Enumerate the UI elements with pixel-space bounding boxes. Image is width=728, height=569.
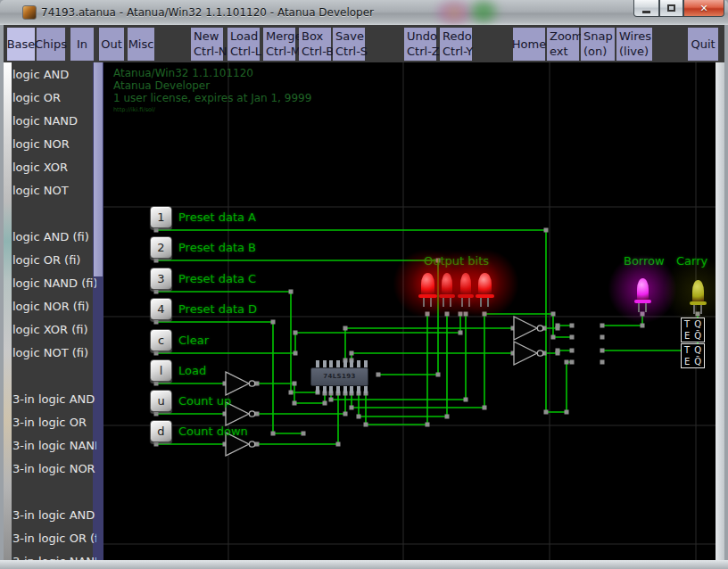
wire-junction[interactable] xyxy=(426,312,430,317)
toolbar-button-new[interactable]: NewCtrl-N xyxy=(191,28,223,61)
wire-junction[interactable] xyxy=(343,412,348,416)
circuit-canvas[interactable]: Atanua/Win32 1.1.101120 Atanua Developer… xyxy=(103,62,716,560)
wire-junction[interactable] xyxy=(357,415,361,419)
wire-junction[interactable] xyxy=(551,335,556,340)
canvas-vertical-scrollbar[interactable] xyxy=(716,62,724,560)
toolbar-button-wires[interactable]: Wires(live) xyxy=(616,28,652,61)
wire-junction[interactable] xyxy=(544,228,549,233)
wire-junction[interactable] xyxy=(565,410,569,415)
wire-junction[interactable] xyxy=(293,382,297,386)
wire-junction[interactable] xyxy=(445,312,450,317)
wire-junction[interactable] xyxy=(641,312,645,317)
led-borrow[interactable] xyxy=(637,278,649,301)
toolbar-button-undo[interactable]: UndoCtrl-Z xyxy=(404,28,436,61)
wire-junction[interactable] xyxy=(350,351,354,356)
toolbar-button-snap[interactable]: Snap(on) xyxy=(581,28,615,61)
palette-item-3-in-logic-and-fi[interactable]: 3-in logic AND (fi) xyxy=(12,508,96,526)
wire-junction[interactable] xyxy=(570,360,575,365)
wire-junction[interactable] xyxy=(459,331,463,335)
wire-junction[interactable] xyxy=(551,312,556,317)
chip-74ls193[interactable]: 74LS193 xyxy=(310,367,368,386)
wire-junction[interactable] xyxy=(641,324,645,328)
input-button-count-down[interactable]: d xyxy=(150,420,172,442)
wire-junction[interactable] xyxy=(570,324,575,328)
palette-item-3-in-logic-nand[interactable]: 3-in logic NAND xyxy=(12,439,96,457)
input-button-count-up[interactable]: u xyxy=(150,390,172,412)
flipflop-carry[interactable]: T Q E Q̄ xyxy=(681,343,705,368)
palette-item-logic-xor[interactable]: logic XOR xyxy=(12,161,96,178)
wire-junction[interactable] xyxy=(600,360,605,365)
wire-junction[interactable] xyxy=(294,331,298,335)
wire-junction[interactable] xyxy=(302,432,306,436)
wire-junction[interactable] xyxy=(154,290,159,294)
palette-item-logic-not[interactable]: logic NOT xyxy=(12,184,96,202)
wire-junction[interactable] xyxy=(294,351,298,356)
wire-junction[interactable] xyxy=(154,228,159,233)
palette-item-logic-or[interactable]: logic OR xyxy=(12,91,96,109)
input-button-preset-data-d[interactable]: 4 xyxy=(150,298,172,320)
led-output-bit-1[interactable] xyxy=(421,273,434,296)
wire-junction[interactable] xyxy=(350,406,354,410)
palette-item-logic-nand-fi[interactable]: logic NAND (fi) xyxy=(12,276,96,294)
wire-junction[interactable] xyxy=(271,432,276,436)
toolbar-category-base[interactable]: Base xyxy=(7,28,35,61)
wire-junction[interactable] xyxy=(570,335,575,340)
palette-left-scrollbar[interactable] xyxy=(4,62,12,560)
palette-item-logic-or-fi[interactable]: logic OR (fi) xyxy=(12,253,96,271)
wire-junction[interactable] xyxy=(154,259,159,263)
toolbar-button-load[interactable]: LoadCtrl-L xyxy=(228,28,260,61)
toolbar-category-in[interactable]: In xyxy=(70,28,94,61)
wire-junction[interactable] xyxy=(376,373,381,377)
toolbar-category-chips[interactable]: Chips xyxy=(37,28,65,61)
not-gate[interactable] xyxy=(514,342,537,365)
wire-junction[interactable] xyxy=(570,349,575,353)
palette-item-3-in-logic-and[interactable]: 3-in logic AND xyxy=(12,392,96,410)
palette-item-logic-and[interactable]: logic AND xyxy=(12,68,96,86)
palette-item-logic-not-fi[interactable]: logic NOT (fi) xyxy=(12,346,96,364)
flipflop-borrow[interactable]: T Q E Q̄ xyxy=(681,317,705,342)
led-carry[interactable] xyxy=(692,280,704,303)
wire-junction[interactable] xyxy=(436,373,441,377)
not-gate[interactable] xyxy=(226,372,249,395)
title-bar[interactable]: 74193.atanua - Atanua/Win32 1.1.101120 -… xyxy=(0,0,728,26)
wire[interactable] xyxy=(352,353,513,360)
toolbar-button-zoom[interactable]: Zoomext xyxy=(547,28,579,61)
wire-junction[interactable] xyxy=(154,320,159,325)
toolbar-button-box[interactable]: BoxCtrl-B xyxy=(299,28,331,61)
wire-junction[interactable] xyxy=(600,335,605,340)
wire-junction[interactable] xyxy=(154,412,159,416)
toolbar-button-save[interactable]: SaveCtrl-S xyxy=(333,28,365,61)
palette-item-logic-xor-fi[interactable]: logic XOR (fi) xyxy=(12,323,96,341)
wire-junction[interactable] xyxy=(600,324,605,328)
input-button-preset-data-c[interactable]: 3 xyxy=(150,268,172,290)
wire-junction[interactable] xyxy=(445,415,450,419)
wire-junction[interactable] xyxy=(544,410,549,415)
wire-junction[interactable] xyxy=(483,406,487,410)
wire-junction[interactable] xyxy=(426,423,430,427)
wire-junction[interactable] xyxy=(154,382,159,386)
wire-junction[interactable] xyxy=(600,349,605,353)
input-button-preset-data-b[interactable]: 2 xyxy=(150,236,172,259)
wire-junction[interactable] xyxy=(464,398,468,402)
wire[interactable] xyxy=(602,314,642,326)
palette-item-logic-nand[interactable]: logic NAND xyxy=(12,114,96,132)
wire-junction[interactable] xyxy=(271,320,276,325)
maximize-button[interactable] xyxy=(659,0,683,17)
wire-junction[interactable] xyxy=(483,312,487,317)
wire-junction[interactable] xyxy=(464,312,468,317)
wire-junction[interactable] xyxy=(565,360,569,365)
window-border-bottom[interactable] xyxy=(0,560,728,569)
wire-junction[interactable] xyxy=(343,326,348,331)
wire-junction[interactable] xyxy=(289,391,294,395)
toolbar-button-redo[interactable]: RedoCtrl-Y xyxy=(440,28,472,61)
toolbar-button-merge[interactable]: MergeCtrl-M xyxy=(263,28,295,61)
input-button-load[interactable]: l xyxy=(150,359,172,382)
close-button[interactable]: ✕ xyxy=(683,0,724,17)
wire-junction[interactable] xyxy=(323,401,327,406)
wire-junction[interactable] xyxy=(293,401,297,406)
wire-junction[interactable] xyxy=(556,324,560,328)
toolbar-button-quit[interactable]: Quit xyxy=(688,28,718,61)
wire-junction[interactable] xyxy=(696,312,700,317)
wire-junction[interactable] xyxy=(154,442,159,447)
minimize-button[interactable] xyxy=(633,0,659,17)
